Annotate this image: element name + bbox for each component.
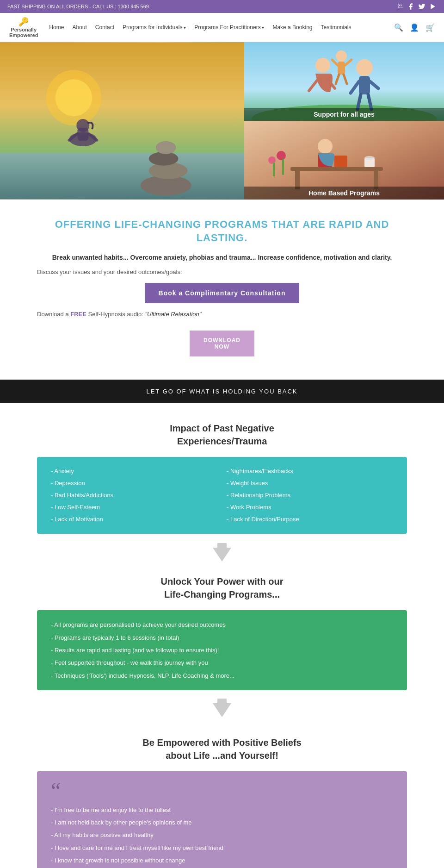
belief-item-3: - All my habits are positive and healthy: [51, 829, 393, 841]
free-text-post: Self-Hypnosis audio:: [86, 311, 145, 318]
trauma-item-8: - Relationship Problems: [227, 489, 393, 501]
svg-point-25: [336, 50, 347, 62]
diagram-title-1: Impact of Past Negative Experiences/Trau…: [37, 422, 407, 448]
trauma-item-5: - Lack of Motivation: [51, 513, 217, 525]
diagram-col-left: - Anxiety - Depression - Bad Habits/Addi…: [51, 465, 217, 525]
logo-icon: 🔑: [18, 17, 29, 27]
arrow-down-2: [37, 694, 407, 727]
svg-marker-44: [213, 543, 231, 562]
program-item-4: - Feel supported throughout - we walk th…: [51, 656, 393, 669]
facebook-icon[interactable]: : [398, 3, 403, 10]
nav-about[interactable]: About: [72, 24, 86, 31]
svg-rect-42: [273, 162, 275, 176]
free-italic: "Ultimate Relaxation": [145, 311, 201, 318]
hero-home-panel[interactable]: Home Based Programs: [244, 121, 444, 200]
announcement-text: FAST SHIPPING ON ALL ORDERS - CALL US : …: [7, 4, 149, 9]
trauma-item-7: - Weight Issues: [227, 477, 393, 489]
nav-actions: 🔍 👤 🛒: [394, 23, 435, 32]
svg-point-7: [76, 119, 89, 132]
navigation: 🔑 PersonallyEmpowered Home About Contact…: [0, 13, 444, 42]
diagram-box-programs: - All programs are personalised to achie…: [37, 610, 407, 690]
belief-item-4: - I love and care for me and I treat mys…: [51, 842, 393, 854]
free-label: FREE: [70, 311, 86, 318]
belief-item-1: - I'm free to be me and enjoy life to th…: [51, 804, 393, 816]
program-item-3: - Results are rapid and lasting (and we …: [51, 644, 393, 656]
diagram-title-3: Be Empowered with Positive Beliefs about…: [37, 736, 407, 762]
belief-item-2: - I am not held back by other people's o…: [51, 816, 393, 829]
logo-text: PersonallyEmpowered: [9, 27, 38, 38]
program-item-5: - Techniques ('Tools') include Hypnosis,…: [51, 669, 393, 682]
facebook-icon[interactable]: [407, 3, 414, 10]
hero-section: Support for all ages: [0, 42, 444, 200]
cart-icon[interactable]: 🛒: [426, 23, 435, 32]
offering-section: OFFERING LIFE-CHANGING PROGRAMS THAT ARE…: [0, 200, 444, 370]
trauma-item-6: - Nightmares/Flashbacks: [227, 465, 393, 477]
home-based-label: Home Based Programs: [244, 187, 444, 200]
free-download-text: Download a FREE Self-Hypnosis audio: "Ul…: [37, 311, 407, 318]
hero-support-panel[interactable]: Support for all ages: [244, 42, 444, 121]
trauma-item-10: - Lack of Direction/Purpose: [227, 513, 393, 525]
top-announcement-bar: FAST SHIPPING ON ALL ORDERS - CALL US : …: [0, 0, 444, 13]
svg-rect-43: [282, 159, 284, 175]
program-item-2: - Programs are typically 1 to 6 sessions…: [51, 631, 393, 644]
svg-point-38: [364, 156, 375, 160]
nav-home[interactable]: Home: [49, 24, 64, 31]
twitter-icon[interactable]: [418, 3, 426, 10]
book-consultation-button[interactable]: Book a Complimentary Consultation: [145, 283, 300, 303]
letgo-banner: LET GO OF WHAT IS HOLDING YOU BACK: [0, 380, 444, 403]
user-icon[interactable]: 👤: [410, 23, 419, 32]
download-button[interactable]: DOWNLOAD NOW: [190, 331, 254, 356]
svg-marker-0: [431, 4, 435, 9]
diagram-box-trauma: - Anxiety - Depression - Bad Habits/Addi…: [37, 457, 407, 534]
hero-left-image: [0, 42, 244, 200]
trauma-item-2: - Depression: [51, 477, 217, 489]
svg-point-16: [356, 59, 373, 76]
offering-discuss: Discuss your issues and your desired out…: [37, 269, 407, 275]
nav-testimonials[interactable]: Testimonials: [321, 24, 351, 31]
trauma-item-4: - Low Self-Esteem: [51, 501, 217, 513]
arrow-down-1: [37, 538, 407, 571]
diagram-box-empowered: “ - I'm free to be me and enjoy life to …: [37, 771, 407, 868]
diagram-title-2: Unlock Your Power with our Life-Changing…: [37, 575, 407, 601]
support-label: Support for all ages: [244, 108, 444, 121]
offering-title: OFFERING LIFE-CHANGING PROGRAMS THAT ARE…: [37, 218, 407, 244]
nav-links: Home About Contact Programs for Individu…: [49, 24, 394, 31]
nav-booking[interactable]: Make a Booking: [272, 24, 312, 31]
logo[interactable]: 🔑 PersonallyEmpowered: [9, 17, 38, 38]
diagram-col-right: - Nightmares/Flashbacks - Weight Issues …: [227, 465, 393, 525]
svg-point-13: [156, 141, 176, 154]
svg-rect-26: [338, 62, 345, 75]
svg-point-22: [315, 58, 330, 73]
svg-rect-32: [290, 167, 383, 171]
svg-point-39: [318, 139, 333, 154]
youtube-icon[interactable]: [429, 3, 437, 10]
svg-rect-17: [359, 76, 370, 94]
hero-left-panel: [0, 42, 244, 200]
svg-point-41: [277, 151, 286, 160]
free-text-pre: Download a: [37, 311, 70, 318]
trauma-item-3: - Bad Habits/Addictions: [51, 489, 217, 501]
svg-rect-4: [0, 153, 244, 200]
nav-programs-individuals[interactable]: Programs for Individuals: [123, 24, 186, 31]
social-icons: : [398, 3, 437, 10]
search-icon[interactable]: 🔍: [394, 23, 403, 32]
offering-subtitle: Break unwanted habits... Overcome anxiet…: [37, 254, 407, 261]
belief-item-5: - I know that growth is not possible wit…: [51, 854, 393, 867]
diagram-section: Impact of Past Negative Experiences/Trau…: [0, 403, 444, 868]
svg-marker-45: [213, 699, 231, 717]
nav-contact[interactable]: Contact: [95, 24, 114, 31]
trauma-item-9: - Work Problems: [227, 501, 393, 513]
nav-programs-practitioners[interactable]: Programs For Practitioners: [194, 24, 264, 31]
quote-open: “: [51, 780, 393, 802]
svg-rect-36: [334, 156, 347, 167]
trauma-item-1: - Anxiety: [51, 465, 217, 477]
hero-right-panels: Support for all ages: [244, 42, 444, 200]
svg-point-3: [56, 80, 92, 117]
program-item-1: - All programs are personalised to achie…: [51, 618, 393, 631]
